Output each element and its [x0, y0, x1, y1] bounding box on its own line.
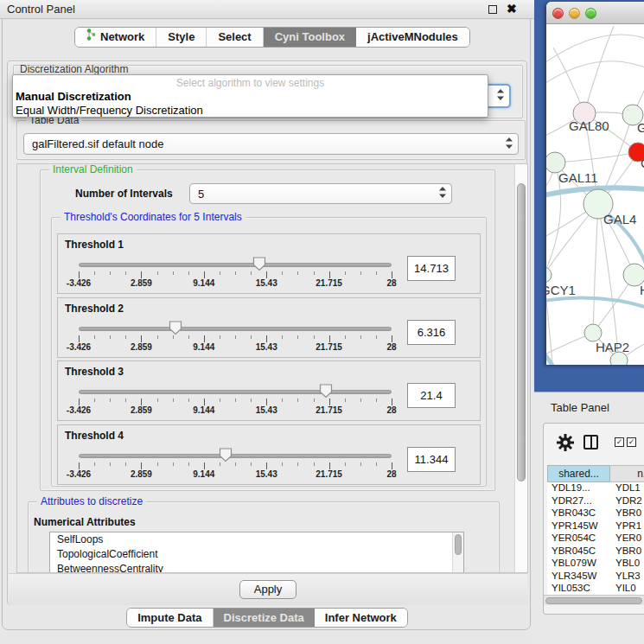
cell-name: YBL0 [609, 558, 640, 571]
tick-label: 15.43 [240, 405, 292, 415]
node-label: GAL11 [558, 170, 598, 185]
tick-mark [188, 462, 189, 466]
tab-style[interactable]: Style [156, 28, 207, 47]
slider-track[interactable] [79, 327, 392, 331]
threshold-value-field[interactable]: 14.713 [407, 256, 456, 281]
scrollbar-thumb[interactable] [517, 183, 526, 481]
network-node-hap2[interactable] [584, 324, 602, 341]
number-of-intervals-label: Number of Intervals [75, 188, 173, 200]
column-header-name[interactable]: n... [610, 465, 644, 482]
attribute-list-item[interactable]: SelfLoops [50, 532, 463, 547]
tick-mark [188, 271, 189, 275]
table-row[interactable]: YIL053CYIL0 [547, 583, 644, 595]
mac-zoom-button[interactable] [585, 8, 596, 19]
checkbox-icon[interactable]: ✓ [615, 437, 624, 447]
table-row[interactable]: YBR043CYBR0 [547, 507, 644, 520]
numerical-attributes-list[interactable]: SelfLoopsTopologicalCoefficientBetweenne… [49, 532, 464, 573]
cell-shared-name: YBR045C [547, 545, 609, 558]
attributes-list-scrollbar[interactable] [452, 532, 463, 572]
tab-cyni-toolbox[interactable]: Cyni Toolbox [264, 28, 356, 47]
algorithm-option-manual-discretization[interactable]: Manual Discretization [16, 90, 131, 103]
tick-mark [141, 462, 142, 469]
cell-name: YPR1 [609, 520, 641, 533]
algorithm-option-equal-width-frequency[interactable]: Equal Width/Frequency Discretization [16, 104, 203, 117]
threshold-value-field[interactable]: 6.316 [407, 320, 456, 345]
slider-thumb[interactable] [219, 448, 233, 462]
table-row[interactable]: YPR145WYPR1 [547, 520, 644, 533]
slider-thumb[interactable] [169, 321, 182, 335]
attributes-to-discretize-group: Attributes to discretize Numerical Attri… [28, 501, 500, 573]
tick-mark [282, 271, 283, 275]
node-label: C [641, 156, 644, 170]
table-row[interactable]: YDR27...YDR2 [547, 495, 644, 508]
network-canvas[interactable]: GAL80GCGAL11GAL4GCY1HHAP2 [546, 24, 644, 365]
checkbox-icon[interactable]: ✓ [627, 437, 636, 447]
apply-button[interactable]: Apply [239, 580, 296, 599]
tab-select[interactable]: Select [207, 28, 263, 47]
number-of-intervals-value: 5 [198, 188, 204, 201]
node-label: H [640, 283, 644, 297]
threshold-value-field[interactable]: 11.344 [407, 447, 456, 472]
threshold-label: Threshold 1 [65, 239, 124, 251]
close-icon[interactable]: ✖ [507, 2, 517, 16]
attribute-list-item[interactable]: BetweennessCentrality [50, 562, 463, 573]
table-toolbar: ✓ ✓ [544, 424, 644, 463]
table-data-combobox-value: galFiltered.sif default node [32, 137, 163, 150]
column-header-shared-name[interactable]: shared... [547, 465, 610, 482]
mac-close-button[interactable] [552, 8, 564, 19]
tick-mark [141, 399, 142, 405]
columns-icon[interactable] [583, 435, 598, 450]
gear-icon[interactable] [556, 433, 575, 456]
tab-impute-data[interactable]: Impute Data [127, 609, 213, 627]
tick-label: 9.144 [178, 342, 230, 352]
tab-discretize-data[interactable]: Discretize Data [214, 609, 315, 627]
slider-thumb[interactable] [319, 384, 333, 399]
tick-mark [345, 462, 346, 466]
table-horizontal-scrollbar[interactable] [544, 595, 644, 605]
tab-jactivemnodules[interactable]: jActiveMNodules [356, 28, 469, 47]
table-row[interactable]: YLR345WYLR3 [547, 571, 644, 583]
tab-infer-network[interactable]: Infer Network [315, 609, 407, 627]
tab-label: Network [100, 28, 144, 47]
attribute-list-item[interactable]: TopologicalCoefficient [50, 547, 463, 562]
slider-thumb[interactable] [252, 257, 266, 271]
network-node[interactable] [610, 352, 628, 365]
cell-shared-name: YBR043C [547, 507, 609, 520]
tick-label: -3.426 [53, 405, 105, 415]
table-data-combobox[interactable]: galFiltered.sif default node [23, 133, 519, 155]
tick-mark [204, 271, 205, 278]
threshold-value-field[interactable]: 21.4 [407, 383, 456, 408]
table-row[interactable]: YBL079WYBL0 [547, 558, 644, 571]
tick-mark [173, 335, 174, 339]
table-row[interactable]: YDL19...YDL1 [547, 482, 644, 495]
network-edge [546, 61, 644, 104]
slider-track[interactable] [79, 390, 392, 394]
tick-mark [282, 462, 283, 466]
tick-mark [220, 462, 220, 466]
cell-shared-name: YIL053C [547, 583, 609, 595]
control-panel-title: Control Panel [7, 3, 75, 16]
tick-mark [360, 271, 361, 275]
table-row[interactable]: YBR045CYBR0 [547, 545, 644, 558]
slider-track[interactable] [79, 263, 392, 267]
tab-network[interactable]: Network [75, 28, 156, 47]
algorithm-placeholder-option[interactable]: Select algorithm to view settings [13, 77, 488, 89]
scrollbar-thumb[interactable] [455, 534, 462, 555]
settings-vertical-scrollbar[interactable] [514, 164, 527, 572]
node-label: GCY1 [546, 283, 576, 297]
slider-track[interactable] [79, 454, 392, 458]
number-of-intervals-spinner[interactable]: 5 [189, 183, 452, 204]
table-row[interactable]: YER054CYER0 [547, 532, 644, 545]
float-window-icon[interactable] [488, 5, 497, 14]
tick-label: 21.715 [303, 278, 355, 288]
tick-mark [79, 271, 80, 278]
scrollbar-thumb[interactable] [545, 597, 642, 604]
tick-mark [392, 335, 392, 342]
network-window-titlebar[interactable] [546, 2, 644, 24]
tick-mark [94, 271, 95, 275]
network-node-gcy1[interactable] [546, 267, 552, 283]
table-panel-box: ✓ ✓ shared... n... YDL19...YDL1YDR27...Y… [543, 423, 644, 615]
tick-label: -3.426 [53, 278, 105, 288]
network-edge [593, 204, 598, 333]
mac-minimize-button[interactable] [569, 8, 580, 19]
